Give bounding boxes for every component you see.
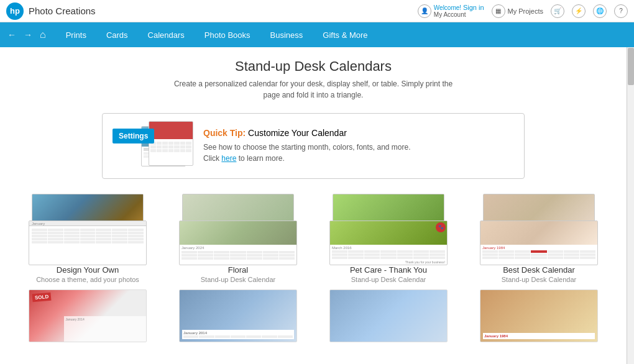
settings-button-preview: Settings bbox=[113, 129, 154, 143]
quick-tip-title-rest: Customize Your Calendar bbox=[248, 128, 347, 138]
calendar-item-bottom-4[interactable]: January 1984 bbox=[470, 289, 608, 342]
quick-tip-text: Quick Tip: Customize Your Calendar See h… bbox=[203, 128, 411, 164]
calendar-item-bottom-2[interactable]: January 2014 bbox=[169, 289, 307, 342]
calendar-item-best-desk[interactable]: January 1984 Best Desk Calendar Stand-up… bbox=[470, 194, 608, 283]
quick-tip-link[interactable]: here bbox=[221, 154, 236, 163]
scrollbar-thumb[interactable] bbox=[628, 48, 634, 85]
account-icon: 👤 bbox=[418, 4, 431, 18]
calendar-thumb-3: 🐾 March 2016 Thank you for your business… bbox=[329, 194, 448, 265]
home-button[interactable]: ⌂ bbox=[40, 29, 46, 40]
quick-tip-body-line1: See how to choose the starting month, co… bbox=[203, 143, 411, 152]
cal4-type: Stand-up Desk Calendar bbox=[502, 276, 576, 283]
cal1-name: Design Your Own bbox=[57, 265, 119, 275]
subtitle-line1: Create a personalized calendar for your … bbox=[174, 80, 453, 88]
page-subtitle: Create a personalized calendar for your … bbox=[12, 78, 614, 101]
calendar-item-bottom-3[interactable] bbox=[319, 289, 457, 342]
cart-button[interactable]: 🛒 bbox=[551, 4, 564, 18]
projects-label: My Projects bbox=[508, 7, 543, 15]
cal2-front: January 2024 bbox=[179, 221, 297, 265]
my-projects-button[interactable]: ▦ My Projects bbox=[492, 4, 543, 18]
logo-area: hp Photo Creations bbox=[6, 2, 96, 20]
calendar-item-floral[interactable]: January 2024 Floral Stand-up Desk Calend… bbox=[169, 194, 307, 283]
cal-preview-back bbox=[149, 121, 193, 166]
top-bar: hp Photo Creations 👤 Welcome! Sign in My… bbox=[0, 0, 634, 22]
welcome-label: Welcome! bbox=[434, 4, 461, 11]
cal1-subtitle: Choose a theme, add your photos bbox=[36, 276, 139, 283]
calendar-item-design-your-own[interactable]: January Design Your Own Choose a theme, … bbox=[19, 194, 157, 283]
globe-button[interactable]: 🌐 bbox=[593, 4, 607, 18]
cal3-name: Pet Care - Thank You bbox=[350, 265, 427, 275]
forward-arrow[interactable]: → bbox=[21, 29, 35, 41]
cal-red-header bbox=[149, 122, 193, 139]
calendar-thumb-4: January 1984 bbox=[480, 194, 598, 265]
nav-item-prints[interactable]: Prints bbox=[56, 22, 96, 47]
cal-grid-preview bbox=[149, 139, 193, 153]
quick-tip-body-line2: Click bbox=[203, 154, 221, 163]
cal1-front: January bbox=[29, 221, 147, 265]
nav-item-gifts[interactable]: Gifts & More bbox=[313, 22, 377, 47]
calendars-grid: January Design Your Own Choose a theme, … bbox=[12, 194, 614, 283]
top-right-controls: 👤 Welcome! Sign in My Account ▦ My Proje… bbox=[418, 4, 628, 18]
back-arrow[interactable]: ← bbox=[5, 29, 19, 41]
help-icon: ? bbox=[614, 4, 628, 18]
nav-item-photo-books[interactable]: Photo Books bbox=[195, 22, 260, 47]
nav-item-cards[interactable]: Cards bbox=[96, 22, 138, 47]
sign-in-link[interactable]: Sign in bbox=[463, 4, 484, 11]
hp-logo-text: hp bbox=[10, 6, 20, 16]
subtitle-line2: page and fold it into a triangle. bbox=[264, 91, 364, 99]
projects-icon: ▦ bbox=[492, 4, 505, 18]
cal3-type: Stand-up Desk Calendar bbox=[351, 276, 426, 283]
account-info: Welcome! Sign in My Account bbox=[434, 4, 484, 18]
hp-logo: hp bbox=[6, 2, 24, 20]
globe-icon: 🌐 bbox=[593, 4, 607, 18]
page-title: Stand-up Desk Calendars bbox=[12, 47, 614, 75]
cal3-front: 🐾 March 2016 Thank you for your business… bbox=[329, 221, 448, 265]
calendar-thumb-2: January 2024 bbox=[179, 194, 297, 265]
nav-item-business[interactable]: Business bbox=[260, 22, 313, 47]
main-content: Stand-up Desk Calendars Create a persona… bbox=[0, 47, 634, 364]
cal4-front: January 1984 bbox=[480, 221, 598, 265]
account-area[interactable]: 👤 Welcome! Sign in My Account bbox=[418, 4, 484, 18]
quick-tip-box: Settings bbox=[102, 113, 525, 179]
cal2-name: Floral bbox=[228, 265, 249, 275]
nav-arrows: ← → bbox=[5, 29, 35, 41]
quick-tip-body: See how to choose the starting month, co… bbox=[203, 142, 411, 164]
nav-bar: ← → ⌂ Prints Cards Calendars Photo Books… bbox=[0, 22, 634, 47]
calendars-grid-bottom: SOLD January 2014 January 2014 bbox=[12, 283, 614, 342]
calendar-item-pet-care[interactable]: 🐾 March 2016 Thank you for your business… bbox=[319, 194, 457, 283]
content-inner: Stand-up Desk Calendars Create a persona… bbox=[0, 47, 627, 355]
quick-tip-body-line3: to learn more. bbox=[236, 154, 284, 163]
cart-icon: 🛒 bbox=[551, 4, 564, 18]
flash-button[interactable]: ⚡ bbox=[572, 4, 586, 18]
account-label[interactable]: My Account bbox=[434, 11, 484, 18]
quick-tip-title: Quick Tip: Customize Your Calendar bbox=[203, 128, 411, 138]
calendar-item-bottom-1[interactable]: SOLD January 2014 bbox=[19, 289, 157, 342]
help-button[interactable]: ? bbox=[614, 4, 628, 18]
quick-tip-image: Settings bbox=[113, 121, 193, 171]
flash-icon: ⚡ bbox=[572, 4, 586, 18]
cal4-name: Best Desk Calendar bbox=[503, 265, 575, 275]
cal2-type: Stand-up Desk Calendar bbox=[201, 276, 275, 283]
quick-tip-accent: Quick Tip: bbox=[203, 128, 246, 138]
nav-item-calendars[interactable]: Calendars bbox=[138, 22, 195, 47]
app-title: Photo Creations bbox=[29, 6, 96, 16]
scrollbar[interactable] bbox=[627, 47, 634, 364]
calendar-thumb-1: January bbox=[29, 194, 147, 265]
